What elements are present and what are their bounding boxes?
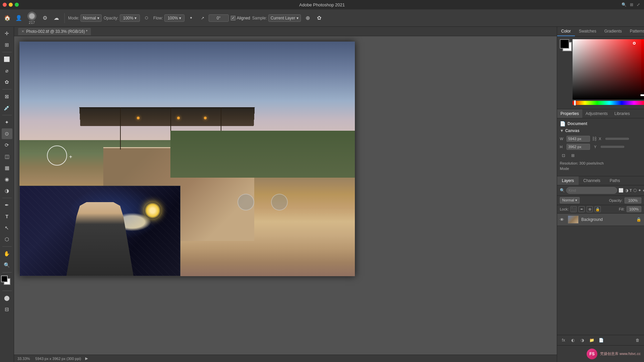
document-tab[interactable]: ✕ Photo-002.tif @ 33.3% (RGB/16) *	[18, 28, 91, 35]
tab-color[interactable]: Color	[557, 27, 575, 36]
layers-opacity-value[interactable]: 100%	[625, 197, 641, 203]
foreground-color-box[interactable]	[1, 276, 8, 282]
aligned-checkbox[interactable]: Aligned	[231, 16, 250, 20]
pixel-filter-icon[interactable]: ⬜	[619, 187, 624, 194]
mode-dropdown[interactable]: Normal ▾	[80, 14, 102, 22]
brush-settings-icon[interactable]: ⚙	[40, 13, 50, 23]
canvas-chevron-icon[interactable]: ▼	[560, 128, 564, 133]
sample-options-icon[interactable]: ⊕	[303, 13, 312, 23]
shape-tool[interactable]: ⬡	[2, 234, 12, 245]
tab-layers[interactable]: Layers	[557, 176, 579, 185]
marquee-tool[interactable]: ⬜	[2, 54, 12, 65]
home-button[interactable]: 🏠	[3, 13, 12, 23]
crop-tool[interactable]: ⊠	[2, 91, 12, 102]
minimize-button[interactable]	[9, 3, 13, 7]
angle-value[interactable]: 0°	[209, 14, 229, 22]
foreground-color-swatch[interactable]	[560, 39, 569, 49]
lock-artboard-icon[interactable]: ⊕	[587, 206, 593, 212]
tab-patterns[interactable]: Patterns	[626, 27, 644, 36]
type-tool[interactable]: T	[2, 211, 12, 222]
adjustment-layer-icon[interactable]: ◑	[579, 337, 586, 344]
delete-layer-icon[interactable]: 🗑	[634, 337, 641, 344]
search-icon[interactable]: 🔍	[622, 2, 627, 7]
lock-all-icon[interactable]: 🔒	[595, 206, 601, 212]
path-select-tool[interactable]: ↖	[2, 223, 12, 233]
tab-properties[interactable]: Properties	[557, 109, 582, 118]
width-input[interactable]: 5943 px	[567, 136, 590, 142]
brush-size-display[interactable]: 217	[25, 12, 38, 24]
add-mask-icon[interactable]: ◐	[569, 337, 577, 344]
maximize-button[interactable]	[15, 3, 19, 7]
history-brush-tool[interactable]: ⟳	[2, 140, 12, 150]
clone-stamp-tool[interactable]: ⊙	[2, 128, 12, 139]
hand-tool[interactable]: ✋	[2, 248, 12, 259]
lock-position-icon[interactable]: ✒	[579, 206, 585, 212]
blur-tool[interactable]: ◉	[2, 174, 12, 185]
hue-marker	[574, 100, 576, 106]
tab-libraries[interactable]: Libraries	[611, 109, 633, 118]
type-filter-icon[interactable]: T	[630, 187, 632, 194]
alpha-slider[interactable]	[641, 39, 644, 100]
move-tool[interactable]: ✛	[2, 28, 12, 39]
expand-icon[interactable]: ⤢	[637, 2, 640, 7]
fill-value[interactable]: 100%	[627, 206, 641, 212]
height-row: H 3962 px Y	[560, 144, 641, 150]
video-background	[20, 186, 180, 276]
layer-visibility-icon[interactable]: 👁	[560, 217, 565, 222]
airbrush-icon[interactable]: ☁	[52, 13, 61, 23]
gradient-tool[interactable]: ▦	[2, 163, 12, 173]
new-layer-icon[interactable]: 📄	[597, 337, 605, 344]
flow-value[interactable]: 100% ▾	[164, 14, 184, 22]
fill-canvas-icon[interactable]: ⊞	[569, 152, 577, 159]
dodge-tool[interactable]: ◑	[2, 185, 12, 196]
eyedropper-tool[interactable]: 💉	[2, 103, 12, 113]
flow-pressure-icon[interactable]: ✦	[186, 13, 196, 23]
color-box-group[interactable]	[560, 39, 569, 55]
artboard-tool[interactable]: ⊞	[2, 40, 12, 50]
healing-brush-tool[interactable]: ✦	[2, 117, 12, 128]
zoom-tool[interactable]: 🔍	[2, 260, 12, 270]
y-input[interactable]	[601, 146, 624, 148]
tab-channels[interactable]: Channels	[579, 176, 605, 185]
adjustment-filter-icon[interactable]: ◑	[625, 187, 628, 194]
quick-mask-tool[interactable]: ⬤	[2, 293, 12, 303]
tab-swatches[interactable]: Swatches	[575, 27, 600, 36]
color-boxes[interactable]	[1, 276, 13, 288]
arrange-icon[interactable]: ⊞	[630, 2, 633, 7]
tab-paths[interactable]: Paths	[605, 176, 625, 185]
fit-canvas-icon[interactable]: ⊡	[560, 152, 567, 159]
hue-slider[interactable]	[573, 101, 644, 105]
layers-mode-dropdown[interactable]: Normal ▾	[560, 197, 580, 203]
healing-icon[interactable]: ✿	[314, 13, 324, 23]
layers-bottom-bar: fx ◐ ◑ 📁 📄 🗑	[557, 335, 644, 345]
lock-pixel-icon[interactable]: ⬛	[571, 206, 577, 212]
color-gradient-picker[interactable]	[573, 39, 644, 100]
quick-select-tool[interactable]: ✿	[2, 77, 12, 87]
close-button[interactable]	[3, 3, 7, 7]
canvas-container[interactable]: +	[14, 36, 557, 355]
lasso-tool[interactable]: ⌀	[2, 65, 12, 76]
x-input[interactable]	[605, 138, 629, 140]
tab-gradients[interactable]: Gradients	[600, 27, 626, 36]
window-controls[interactable]	[3, 3, 19, 7]
link-icon[interactable]: ⛓	[592, 136, 597, 141]
filter-toggle-icon[interactable]: ●	[643, 187, 644, 194]
opacity-value[interactable]: 100% ▾	[120, 14, 140, 22]
sample-dropdown[interactable]: Current Layer ▾	[268, 14, 301, 22]
group-layer-icon[interactable]: 📁	[588, 337, 595, 344]
layer-background[interactable]: 👁 Background 🔒	[557, 214, 644, 226]
status-arrow-icon[interactable]: ▶	[85, 356, 88, 361]
layers-search-input[interactable]	[566, 187, 617, 194]
pressure-icon[interactable]: ⬡	[142, 13, 151, 23]
shape-filter-icon[interactable]: ⬡	[633, 187, 637, 194]
eraser-tool[interactable]: ◫	[2, 151, 12, 162]
height-input[interactable]: 3962 px	[567, 144, 590, 150]
smart-filter-icon[interactable]: ✦	[638, 187, 641, 194]
tab-adjustments[interactable]: Adjustments	[582, 109, 611, 118]
layer-fx-icon[interactable]: fx	[560, 337, 567, 344]
angle-icon[interactable]: ↗	[198, 13, 207, 23]
doc-tab-close-icon[interactable]: ✕	[21, 29, 24, 33]
screen-mode-tool[interactable]: ⊟	[2, 304, 12, 315]
pen-tool[interactable]: ✒	[2, 200, 12, 210]
canvas-label: Canvas	[565, 128, 580, 133]
